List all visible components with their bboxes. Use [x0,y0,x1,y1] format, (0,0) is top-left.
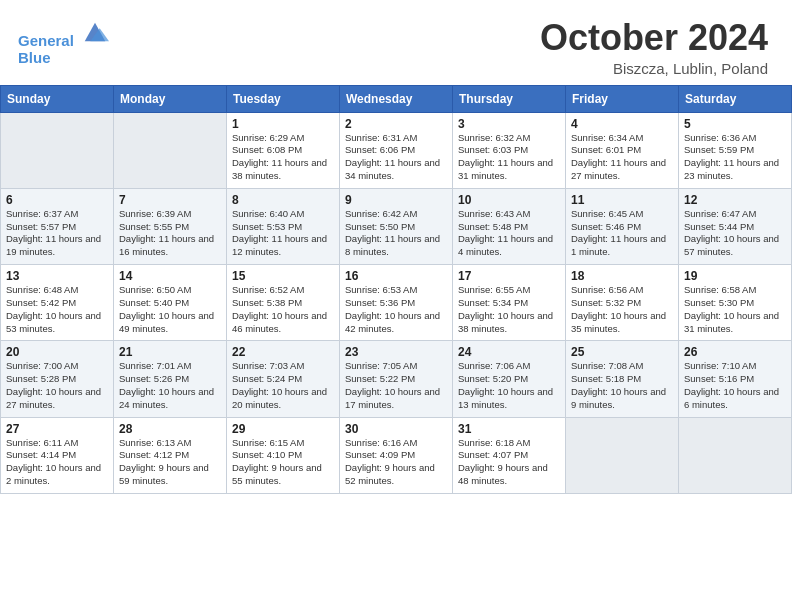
day-number: 11 [571,193,673,207]
day-info: Sunrise: 6:11 AMSunset: 4:14 PMDaylight:… [6,437,108,488]
day-info: Sunrise: 6:53 AMSunset: 5:36 PMDaylight:… [345,284,447,335]
day-info: Sunrise: 7:10 AMSunset: 5:16 PMDaylight:… [684,360,786,411]
calendar-cell: 22Sunrise: 7:03 AMSunset: 5:24 PMDayligh… [227,341,340,417]
day-info: Sunrise: 6:29 AMSunset: 6:08 PMDaylight:… [232,132,334,183]
day-info: Sunrise: 6:50 AMSunset: 5:40 PMDaylight:… [119,284,221,335]
day-number: 2 [345,117,447,131]
day-number: 28 [119,422,221,436]
calendar-cell: 21Sunrise: 7:01 AMSunset: 5:26 PMDayligh… [114,341,227,417]
day-info: Sunrise: 6:52 AMSunset: 5:38 PMDaylight:… [232,284,334,335]
day-info: Sunrise: 6:15 AMSunset: 4:10 PMDaylight:… [232,437,334,488]
day-info: Sunrise: 6:31 AMSunset: 6:06 PMDaylight:… [345,132,447,183]
calendar-cell: 4Sunrise: 6:34 AMSunset: 6:01 PMDaylight… [566,112,679,188]
calendar-cell: 14Sunrise: 6:50 AMSunset: 5:40 PMDayligh… [114,265,227,341]
day-number: 4 [571,117,673,131]
day-number: 5 [684,117,786,131]
day-number: 29 [232,422,334,436]
day-number: 23 [345,345,447,359]
calendar-cell: 8Sunrise: 6:40 AMSunset: 5:53 PMDaylight… [227,188,340,264]
day-info: Sunrise: 6:18 AMSunset: 4:07 PMDaylight:… [458,437,560,488]
calendar-cell: 23Sunrise: 7:05 AMSunset: 5:22 PMDayligh… [340,341,453,417]
day-info: Sunrise: 6:16 AMSunset: 4:09 PMDaylight:… [345,437,447,488]
day-number: 10 [458,193,560,207]
calendar-cell: 28Sunrise: 6:13 AMSunset: 4:12 PMDayligh… [114,417,227,493]
calendar-cell: 30Sunrise: 6:16 AMSunset: 4:09 PMDayligh… [340,417,453,493]
day-info: Sunrise: 6:36 AMSunset: 5:59 PMDaylight:… [684,132,786,183]
day-info: Sunrise: 6:13 AMSunset: 4:12 PMDaylight:… [119,437,221,488]
weekday-header: Monday [114,85,227,112]
day-number: 13 [6,269,108,283]
day-info: Sunrise: 6:42 AMSunset: 5:50 PMDaylight:… [345,208,447,259]
logo-blue: Blue [18,50,109,67]
calendar-week-row: 6Sunrise: 6:37 AMSunset: 5:57 PMDaylight… [1,188,792,264]
header: General Blue October 2024 Biszcza, Lubli… [0,0,792,85]
day-number: 8 [232,193,334,207]
day-number: 31 [458,422,560,436]
logo-general: General [18,32,74,49]
day-number: 9 [345,193,447,207]
calendar-cell: 18Sunrise: 6:56 AMSunset: 5:32 PMDayligh… [566,265,679,341]
calendar-cell: 5Sunrise: 6:36 AMSunset: 5:59 PMDaylight… [679,112,792,188]
day-info: Sunrise: 7:06 AMSunset: 5:20 PMDaylight:… [458,360,560,411]
day-number: 18 [571,269,673,283]
calendar-cell: 29Sunrise: 6:15 AMSunset: 4:10 PMDayligh… [227,417,340,493]
day-info: Sunrise: 6:55 AMSunset: 5:34 PMDaylight:… [458,284,560,335]
day-number: 15 [232,269,334,283]
day-info: Sunrise: 6:58 AMSunset: 5:30 PMDaylight:… [684,284,786,335]
weekday-header: Saturday [679,85,792,112]
day-info: Sunrise: 7:01 AMSunset: 5:26 PMDaylight:… [119,360,221,411]
weekday-header: Thursday [453,85,566,112]
page: General Blue October 2024 Biszcza, Lubli… [0,0,792,612]
calendar-cell: 3Sunrise: 6:32 AMSunset: 6:03 PMDaylight… [453,112,566,188]
day-number: 6 [6,193,108,207]
calendar-week-row: 1Sunrise: 6:29 AMSunset: 6:08 PMDaylight… [1,112,792,188]
calendar-week-row: 27Sunrise: 6:11 AMSunset: 4:14 PMDayligh… [1,417,792,493]
calendar-cell: 24Sunrise: 7:06 AMSunset: 5:20 PMDayligh… [453,341,566,417]
calendar-cell: 10Sunrise: 6:43 AMSunset: 5:48 PMDayligh… [453,188,566,264]
logo: General Blue [18,18,109,66]
day-info: Sunrise: 6:32 AMSunset: 6:03 PMDaylight:… [458,132,560,183]
day-number: 21 [119,345,221,359]
day-info: Sunrise: 6:47 AMSunset: 5:44 PMDaylight:… [684,208,786,259]
calendar-cell: 2Sunrise: 6:31 AMSunset: 6:06 PMDaylight… [340,112,453,188]
day-number: 17 [458,269,560,283]
day-number: 7 [119,193,221,207]
day-info: Sunrise: 6:48 AMSunset: 5:42 PMDaylight:… [6,284,108,335]
calendar-cell: 31Sunrise: 6:18 AMSunset: 4:07 PMDayligh… [453,417,566,493]
day-number: 19 [684,269,786,283]
calendar-cell: 7Sunrise: 6:39 AMSunset: 5:55 PMDaylight… [114,188,227,264]
day-number: 3 [458,117,560,131]
logo-text: General [18,18,109,50]
day-info: Sunrise: 7:00 AMSunset: 5:28 PMDaylight:… [6,360,108,411]
day-info: Sunrise: 7:08 AMSunset: 5:18 PMDaylight:… [571,360,673,411]
day-info: Sunrise: 6:43 AMSunset: 5:48 PMDaylight:… [458,208,560,259]
calendar-cell: 20Sunrise: 7:00 AMSunset: 5:28 PMDayligh… [1,341,114,417]
weekday-header: Friday [566,85,679,112]
calendar-cell [566,417,679,493]
day-info: Sunrise: 6:39 AMSunset: 5:55 PMDaylight:… [119,208,221,259]
day-info: Sunrise: 6:45 AMSunset: 5:46 PMDaylight:… [571,208,673,259]
day-info: Sunrise: 7:05 AMSunset: 5:22 PMDaylight:… [345,360,447,411]
calendar-cell: 27Sunrise: 6:11 AMSunset: 4:14 PMDayligh… [1,417,114,493]
weekday-header: Sunday [1,85,114,112]
day-info: Sunrise: 6:40 AMSunset: 5:53 PMDaylight:… [232,208,334,259]
calendar-cell [679,417,792,493]
calendar-cell: 6Sunrise: 6:37 AMSunset: 5:57 PMDaylight… [1,188,114,264]
title-block: October 2024 Biszcza, Lublin, Poland [540,18,768,77]
calendar-cell: 1Sunrise: 6:29 AMSunset: 6:08 PMDaylight… [227,112,340,188]
day-number: 27 [6,422,108,436]
title-location: Biszcza, Lublin, Poland [540,60,768,77]
logo-icon [81,18,109,46]
calendar-cell: 15Sunrise: 6:52 AMSunset: 5:38 PMDayligh… [227,265,340,341]
calendar-cell: 11Sunrise: 6:45 AMSunset: 5:46 PMDayligh… [566,188,679,264]
day-number: 14 [119,269,221,283]
day-number: 1 [232,117,334,131]
weekday-header: Tuesday [227,85,340,112]
day-number: 26 [684,345,786,359]
day-number: 24 [458,345,560,359]
weekday-header: Wednesday [340,85,453,112]
day-number: 16 [345,269,447,283]
calendar-header-row: SundayMondayTuesdayWednesdayThursdayFrid… [1,85,792,112]
day-info: Sunrise: 7:03 AMSunset: 5:24 PMDaylight:… [232,360,334,411]
calendar-cell: 16Sunrise: 6:53 AMSunset: 5:36 PMDayligh… [340,265,453,341]
